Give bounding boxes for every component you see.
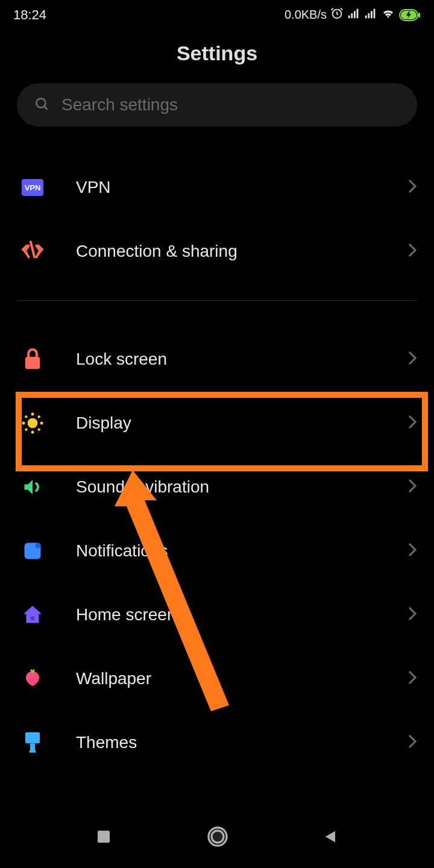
svg-point-18 <box>31 431 34 434</box>
svg-text:VPN: VPN <box>25 183 41 192</box>
svg-rect-2 <box>351 13 353 18</box>
item-label: Display <box>76 414 407 433</box>
svg-point-16 <box>28 418 38 429</box>
search-placeholder: Search settings <box>61 95 178 115</box>
svg-rect-15 <box>25 357 40 369</box>
svg-rect-1 <box>348 16 350 19</box>
page-title: Settings <box>0 42 434 65</box>
chevron-right-icon <box>407 178 417 197</box>
lock-icon <box>20 347 45 371</box>
svg-rect-6 <box>368 13 370 18</box>
item-label: Lock screen <box>76 350 407 369</box>
svg-point-24 <box>38 429 40 431</box>
search-icon <box>34 96 49 114</box>
settings-item-wallpaper[interactable]: Wallpaper <box>17 647 417 711</box>
svg-point-21 <box>25 415 27 418</box>
svg-rect-28 <box>25 732 40 744</box>
chevron-right-icon <box>407 350 417 368</box>
nav-back-button[interactable] <box>322 828 339 848</box>
vpn-icon: VPN <box>20 175 45 200</box>
connection-icon <box>20 239 45 263</box>
svg-point-32 <box>212 831 224 843</box>
chevron-right-icon <box>407 478 417 496</box>
home-icon <box>20 603 45 627</box>
svg-point-22 <box>38 415 40 418</box>
chevron-right-icon <box>407 734 417 752</box>
nav-home-button[interactable] <box>206 825 230 851</box>
battery-charging-icon <box>399 9 421 21</box>
item-label: Home screen <box>76 605 407 624</box>
settings-list: VPN VPN Connection & sharing <box>0 156 434 283</box>
navigation-bar <box>0 808 434 868</box>
settings-item-themes[interactable]: Themes <box>17 711 417 775</box>
chevron-right-icon <box>407 606 417 624</box>
signal-icon-1 <box>347 7 360 23</box>
item-label: Themes <box>76 733 407 752</box>
sound-icon <box>20 475 45 499</box>
alarm-icon <box>330 7 344 23</box>
svg-point-17 <box>31 413 34 416</box>
themes-icon <box>20 731 45 755</box>
signal-icon-2 <box>364 7 377 23</box>
item-label: Sound & vibration <box>76 477 407 497</box>
svg-point-19 <box>22 422 25 425</box>
svg-rect-3 <box>354 11 356 18</box>
svg-rect-27 <box>31 617 34 620</box>
chevron-right-icon <box>407 542 417 560</box>
svg-rect-5 <box>365 16 367 19</box>
settings-item-connection-sharing[interactable]: Connection & sharing <box>17 219 417 283</box>
settings-item-lock-screen[interactable]: Lock screen <box>17 327 417 391</box>
settings-item-vpn[interactable]: VPN VPN <box>17 156 417 219</box>
notifications-icon <box>20 539 45 563</box>
svg-rect-30 <box>98 831 110 843</box>
status-time: 18:24 <box>13 7 46 23</box>
nav-recents-button[interactable] <box>95 828 113 848</box>
item-label: VPN <box>76 178 407 197</box>
status-bar: 18:24 0.0KB/s <box>0 0 434 27</box>
network-speed: 0.0KB/s <box>285 8 327 22</box>
chevron-right-icon <box>407 670 417 688</box>
settings-item-notifications[interactable]: Notifications <box>17 519 417 583</box>
settings-item-home-screen[interactable]: Home screen <box>17 583 417 647</box>
svg-rect-10 <box>418 13 420 17</box>
search-input[interactable]: Search settings <box>17 83 417 127</box>
wifi-icon <box>381 6 395 24</box>
svg-rect-7 <box>371 11 373 18</box>
svg-point-23 <box>25 429 27 431</box>
divider <box>17 300 417 301</box>
settings-item-sound-vibration[interactable]: Sound & vibration <box>17 455 417 519</box>
sun-icon <box>20 411 45 435</box>
item-label: Wallpaper <box>76 669 407 688</box>
svg-rect-8 <box>374 9 376 19</box>
svg-point-12 <box>36 98 45 107</box>
wallpaper-icon <box>20 667 45 691</box>
chevron-right-icon <box>407 242 417 260</box>
item-label: Notifications <box>76 541 407 561</box>
status-right: 0.0KB/s <box>285 6 421 24</box>
settings-item-display[interactable]: Display <box>17 391 417 455</box>
svg-point-26 <box>36 543 41 549</box>
svg-rect-29 <box>30 743 35 751</box>
item-label: Connection & sharing <box>76 242 407 261</box>
settings-list-2: Lock screen Display Sound & vibration No… <box>0 327 434 775</box>
svg-point-20 <box>40 422 43 425</box>
svg-rect-4 <box>357 9 359 19</box>
chevron-right-icon <box>407 414 417 432</box>
